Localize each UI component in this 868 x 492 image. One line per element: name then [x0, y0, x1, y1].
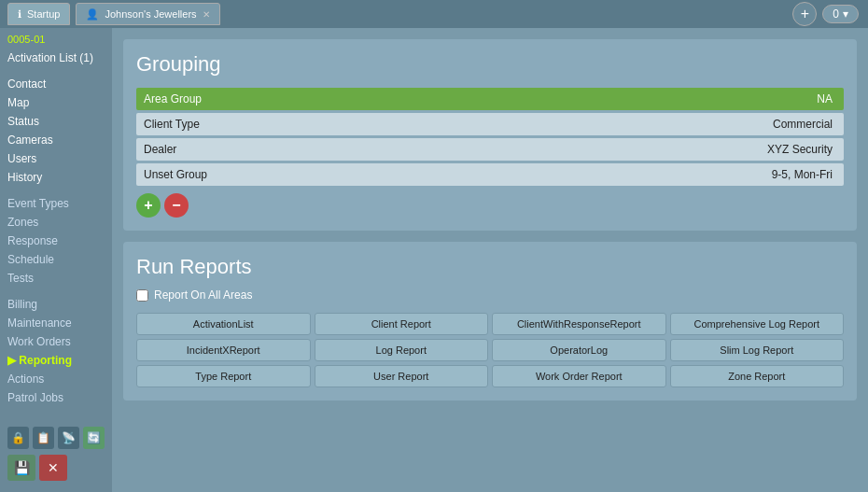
grouping-title: Grouping	[136, 52, 844, 77]
user-report-button[interactable]: User Report	[315, 365, 489, 387]
reporting-arrow: ▶	[7, 354, 19, 367]
group-value-unset: 9-5, Mon-Fri	[732, 163, 844, 186]
group-label-unset: Unset Group	[136, 163, 732, 186]
sidebar-item-reporting[interactable]: ▶ Reporting	[0, 351, 112, 370]
sidebar-item-cameras[interactable]: Cameras	[0, 131, 112, 149]
group-row-unset[interactable]: Unset Group 9-5, Mon-Fri	[136, 163, 844, 186]
save-button[interactable]: 💾	[7, 455, 35, 481]
group-label-area: Area Group	[136, 88, 732, 110]
comprehensive-log-report-button[interactable]: Comprehensive Log Report	[670, 313, 845, 335]
group-label-dealer: Dealer	[136, 138, 732, 161]
add-group-button[interactable]: +	[136, 193, 161, 218]
list-icon[interactable]: 📋	[33, 427, 54, 449]
startup-tab[interactable]: ℹ Startup	[7, 3, 70, 25]
zone-report-button[interactable]: Zone Report	[670, 365, 845, 387]
sidebar-item-work-orders[interactable]: Work Orders	[0, 332, 112, 351]
group-row-dealer[interactable]: Dealer XYZ Security	[136, 138, 844, 161]
sidebar-item-zones[interactable]: Zones	[0, 213, 112, 232]
group-actions: + −	[136, 193, 844, 218]
sidebar-item-maintenance[interactable]: Maintenance	[0, 314, 112, 332]
operator-log-button[interactable]: OperatorLog	[492, 339, 666, 361]
content-area: Grouping Area Group NA Client Type Comme…	[112, 28, 868, 492]
sidebar-item-map[interactable]: Map	[0, 93, 112, 112]
incident-x-report-button[interactable]: IncidentXReport	[136, 339, 311, 361]
sidebar-item-event-types[interactable]: Event Types	[0, 194, 112, 213]
grouping-panel: Grouping Area Group NA Client Type Comme…	[123, 39, 857, 231]
sidebar-item-status[interactable]: Status	[0, 112, 112, 131]
counter-button[interactable]: 0 ▾	[822, 5, 859, 23]
close-icon[interactable]: ✕	[203, 9, 210, 20]
sidebar-id: 0005-01	[0, 32, 112, 49]
signal-icon[interactable]: 📡	[58, 427, 79, 449]
sidebar-item-patrol-jobs[interactable]: Patrol Jobs	[0, 388, 112, 407]
sidebar: 0005-01 Activation List (1) Contact Map …	[0, 28, 112, 492]
sidebar-item-actions[interactable]: Actions	[0, 370, 112, 388]
main-layout: 0005-01 Activation List (1) Contact Map …	[0, 28, 868, 492]
type-report-button[interactable]: Type Report	[136, 365, 311, 387]
johnson-tab[interactable]: 👤 Johnson's Jewellers ✕	[76, 3, 219, 25]
sidebar-bottom: 🔒 📋 📡 🔄 💾 ✕	[0, 419, 112, 488]
group-row-area[interactable]: Area Group NA	[136, 88, 844, 110]
sidebar-item-activation-list[interactable]: Activation List (1)	[0, 49, 112, 67]
johnson-icon: 👤	[86, 8, 99, 21]
chevron-down-icon: ▾	[843, 7, 848, 21]
group-row-client-type[interactable]: Client Type Commercial	[136, 113, 844, 135]
sidebar-item-response[interactable]: Response	[0, 232, 112, 250]
client-report-button[interactable]: Client Report	[315, 313, 489, 335]
group-value-area: NA	[732, 88, 844, 110]
top-bar: ℹ Startup 👤 Johnson's Jewellers ✕ + 0 ▾	[0, 0, 868, 28]
sidebar-icon-row: 🔒 📋 📡 🔄	[7, 427, 105, 449]
startup-icon: ℹ	[18, 8, 21, 21]
refresh-icon[interactable]: 🔄	[83, 427, 105, 449]
group-value-dealer: XYZ Security	[732, 138, 844, 161]
top-bar-right: + 0 ▾	[792, 2, 859, 26]
activation-list-button[interactable]: ActivationList	[136, 313, 311, 335]
johnson-tab-label: Johnson's Jewellers	[105, 8, 196, 20]
remove-group-button[interactable]: −	[164, 193, 189, 218]
sidebar-item-schedule[interactable]: Schedule	[0, 250, 112, 269]
slim-log-report-button[interactable]: Slim Log Report	[670, 339, 845, 361]
report-all-areas-label: Report On All Areas	[154, 288, 252, 302]
sidebar-item-contact[interactable]: Contact	[0, 75, 112, 93]
group-label-client-type: Client Type	[136, 113, 732, 135]
add-button[interactable]: +	[792, 2, 817, 26]
lock-icon[interactable]: 🔒	[7, 427, 29, 449]
cancel-button[interactable]: ✕	[39, 455, 67, 481]
run-reports-title: Run Reports	[136, 255, 844, 279]
run-reports-panel: Run Reports Report On All Areas Activati…	[123, 242, 857, 401]
report-all-areas-checkbox[interactable]	[136, 289, 148, 302]
sidebar-action-row: 💾 ✕	[7, 455, 105, 481]
sidebar-item-tests[interactable]: Tests	[0, 269, 112, 288]
sidebar-item-history[interactable]: History	[0, 168, 112, 187]
sidebar-item-billing[interactable]: Billing	[0, 295, 112, 314]
sidebar-item-users[interactable]: Users	[0, 149, 112, 168]
log-report-button[interactable]: Log Report	[315, 339, 489, 361]
report-grid: ActivationList Client Report ClientWithR…	[136, 313, 844, 387]
counter-value: 0	[833, 7, 839, 21]
startup-tab-label: Startup	[27, 8, 60, 20]
report-all-areas-row: Report On All Areas	[136, 288, 844, 302]
group-value-client-type: Commercial	[732, 113, 844, 135]
work-order-report-button[interactable]: Work Order Report	[492, 365, 666, 387]
client-with-response-report-button[interactable]: ClientWithResponseReport	[492, 313, 666, 335]
